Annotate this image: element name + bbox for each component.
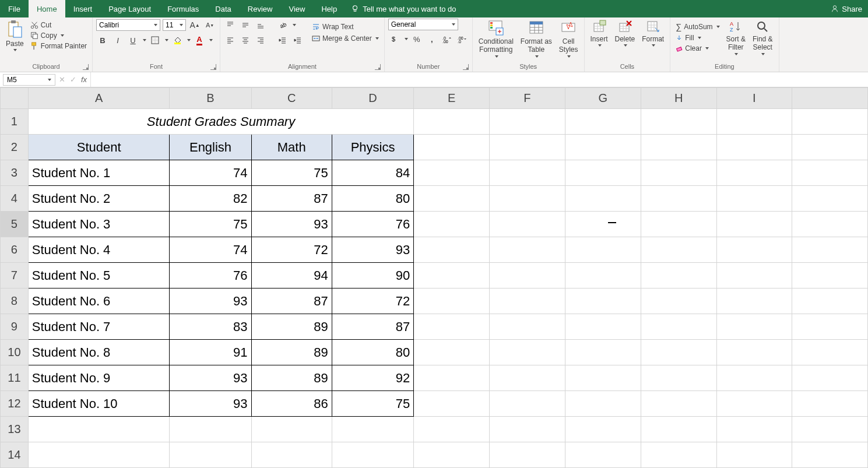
row-header-12[interactable]: 12	[1, 391, 29, 417]
col-header-A[interactable]: A	[28, 88, 170, 109]
cell[interactable]	[792, 365, 868, 391]
cell[interactable]: 74	[170, 160, 251, 186]
cell[interactable]	[490, 288, 565, 314]
align-left-button[interactable]	[224, 34, 237, 47]
conditional-formatting-button[interactable]: Conditional Formatting	[476, 19, 516, 59]
cell[interactable]	[170, 417, 251, 442]
cell[interactable]	[792, 237, 868, 263]
cell-header[interactable]: Physics	[332, 135, 413, 160]
tab-insert[interactable]: Insert	[65, 0, 101, 17]
cell[interactable]	[641, 391, 716, 417]
cell[interactable]: 93	[251, 212, 332, 237]
format-painter-button[interactable]: Format Painter	[29, 41, 89, 51]
cell[interactable]: 93	[170, 288, 251, 314]
chevron-down-icon[interactable]	[187, 39, 191, 41]
col-header-F[interactable]: F	[490, 88, 565, 109]
cell[interactable]	[716, 186, 792, 212]
col-header-D[interactable]: D	[332, 88, 413, 109]
chevron-down-icon[interactable]	[405, 38, 408, 40]
cell[interactable]	[565, 212, 641, 237]
cell[interactable]	[490, 135, 565, 160]
cell[interactable]	[716, 109, 792, 135]
align-middle-button[interactable]	[239, 19, 252, 31]
cell[interactable]	[641, 340, 716, 365]
cell[interactable]	[792, 212, 868, 237]
cell[interactable]	[414, 212, 490, 237]
cell[interactable]: 93	[170, 391, 251, 417]
cell[interactable]	[490, 237, 565, 263]
tab-home[interactable]: Home	[29, 0, 65, 17]
cell-header[interactable]: English	[170, 135, 251, 160]
cell[interactable]	[565, 109, 641, 135]
enter-formula-button[interactable]: ✓	[70, 75, 76, 84]
cell[interactable]: Student No. 5	[28, 263, 170, 288]
tab-formulas[interactable]: Formulas	[159, 0, 207, 17]
row-header-14[interactable]: 14	[1, 442, 29, 468]
cell[interactable]	[490, 442, 565, 468]
increase-font-button[interactable]: A▲	[188, 19, 201, 31]
cell[interactable]	[490, 391, 565, 417]
cell[interactable]	[792, 314, 868, 340]
align-center-button[interactable]	[239, 34, 252, 47]
cell[interactable]: 82	[170, 186, 251, 212]
cell[interactable]: Student No. 3	[28, 212, 170, 237]
cell[interactable]: 72	[251, 237, 332, 263]
cell[interactable]	[792, 417, 868, 442]
cell[interactable]	[641, 288, 716, 314]
cell[interactable]	[565, 135, 641, 160]
cell[interactable]: 87	[251, 288, 332, 314]
insert-cells-button[interactable]: Insert	[588, 19, 610, 48]
cell[interactable]	[641, 314, 716, 340]
borders-button[interactable]	[149, 34, 161, 47]
delete-cells-button[interactable]: Delete	[613, 19, 638, 48]
row-header-13[interactable]: 13	[1, 417, 29, 442]
decrease-indent-button[interactable]	[276, 34, 289, 47]
copy-button[interactable]: Copy	[29, 31, 89, 40]
tab-review[interactable]: Review	[240, 0, 281, 17]
cell[interactable]: 75	[170, 212, 251, 237]
select-all-corner[interactable]	[1, 88, 29, 109]
cell[interactable]	[414, 237, 490, 263]
cell[interactable]	[792, 391, 868, 417]
cell[interactable]	[565, 365, 641, 391]
cell[interactable]	[641, 417, 716, 442]
sort-filter-button[interactable]: AZSort & Filter	[724, 19, 748, 57]
cell[interactable]	[414, 391, 490, 417]
cell[interactable]	[641, 442, 716, 468]
cell[interactable]	[414, 186, 490, 212]
cell[interactable]	[414, 109, 490, 135]
cell[interactable]	[251, 417, 332, 442]
dialog-launcher-icon[interactable]	[463, 64, 469, 70]
cell[interactable]	[641, 109, 716, 135]
cell[interactable]: Student No. 1	[28, 160, 170, 186]
chevron-down-icon[interactable]	[165, 39, 168, 41]
cell[interactable]	[641, 237, 716, 263]
font-name-combo[interactable]: Calibri	[96, 19, 160, 31]
wrap-text-button[interactable]: Wrap Text	[310, 22, 381, 31]
cell[interactable]	[490, 314, 565, 340]
cell[interactable]: Student No. 6	[28, 288, 170, 314]
col-header-B[interactable]: B	[170, 88, 251, 109]
cell[interactable]: Student No. 7	[28, 314, 170, 340]
cell[interactable]: 72	[332, 288, 413, 314]
row-header-7[interactable]: 7	[1, 263, 29, 288]
cell[interactable]	[490, 212, 565, 237]
cell[interactable]: 87	[332, 314, 413, 340]
row-header-3[interactable]: 3	[1, 160, 29, 186]
row-header-2[interactable]: 2	[1, 135, 29, 160]
cell-styles-button[interactable]: Cell Styles	[557, 19, 581, 59]
comma-button[interactable]: ,	[426, 33, 438, 45]
autosum-button[interactable]: ∑AutoSum	[674, 22, 721, 32]
col-header-E[interactable]: E	[414, 88, 490, 109]
cell[interactable]	[792, 340, 868, 365]
row-header-9[interactable]: 9	[1, 314, 29, 340]
cell[interactable]: 83	[170, 314, 251, 340]
cell[interactable]	[332, 417, 413, 442]
cell[interactable]	[716, 212, 792, 237]
decrease-decimal-button[interactable]: .00.0	[456, 33, 469, 45]
bold-button[interactable]: B	[96, 34, 109, 47]
cell[interactable]	[716, 365, 792, 391]
cell[interactable]: 76	[332, 212, 413, 237]
cell[interactable]	[641, 212, 716, 237]
increase-decimal-button[interactable]: .0.00	[441, 33, 454, 45]
